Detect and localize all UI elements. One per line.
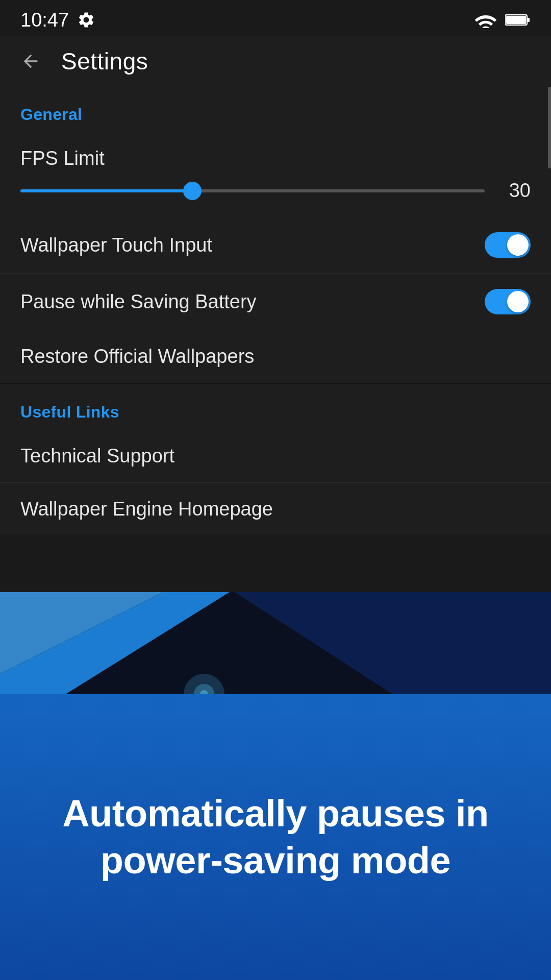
svg-rect-2 <box>506 16 526 24</box>
toggle-knob <box>507 234 529 256</box>
fps-slider-track[interactable] <box>20 189 485 192</box>
toggle-knob-2 <box>507 291 529 312</box>
technical-support-item[interactable]: Technical Support <box>0 430 551 483</box>
bottom-message: Automatically pauses in power-saving mod… <box>31 790 520 885</box>
scrollbar-thumb[interactable] <box>548 87 551 168</box>
settings-content: General FPS Limit 30 Wallpaper Touch Inp… <box>0 87 551 535</box>
wifi-icon <box>474 12 497 28</box>
status-bar: 10:47 <box>0 0 551 36</box>
settings-status-icon <box>77 11 95 29</box>
status-left: 10:47 <box>20 9 95 31</box>
bottom-text-overlay: Automatically pauses in power-saving mod… <box>0 694 551 980</box>
status-right <box>474 12 531 28</box>
bottom-background: Automatically pauses in power-saving mod… <box>0 592 551 980</box>
back-button[interactable] <box>15 46 46 77</box>
svg-rect-1 <box>527 18 530 22</box>
fps-slider-value: 30 <box>500 180 531 202</box>
wallpaper-touch-input-toggle[interactable] <box>485 232 531 258</box>
battery-icon <box>505 13 531 27</box>
wallpaper-touch-input-label: Wallpaper Touch Input <box>20 234 212 256</box>
fps-limit-label-row: FPS Limit <box>0 132 551 175</box>
fps-limit-label: FPS Limit <box>20 148 105 169</box>
restore-official-wallpapers-label: Restore Official Wallpapers <box>20 346 254 368</box>
status-time: 10:47 <box>20 9 69 31</box>
fps-slider-thumb[interactable] <box>183 182 202 200</box>
pause-saving-battery-label: Pause while Saving Battery <box>20 291 257 313</box>
useful-links-section-header: Useful Links <box>0 384 551 430</box>
fps-slider-row[interactable]: 30 <box>0 175 551 217</box>
page-title: Settings <box>61 47 148 75</box>
technical-support-label: Technical Support <box>20 445 174 467</box>
wallpaper-engine-homepage-item[interactable]: Wallpaper Engine Homepage <box>0 483 551 535</box>
scrollbar[interactable] <box>547 87 551 638</box>
app-bar: Settings <box>0 36 551 87</box>
general-section-header: General <box>0 87 551 132</box>
fps-slider-fill <box>20 189 192 192</box>
wallpaper-touch-input-item: Wallpaper Touch Input <box>0 217 551 274</box>
pause-saving-battery-toggle[interactable] <box>485 289 531 314</box>
bottom-decorative-area: Automatically pauses in power-saving mod… <box>0 592 551 980</box>
restore-official-wallpapers-item[interactable]: Restore Official Wallpapers <box>0 330 551 383</box>
wallpaper-engine-homepage-label: Wallpaper Engine Homepage <box>20 498 273 520</box>
pause-saving-battery-item: Pause while Saving Battery <box>0 274 551 330</box>
